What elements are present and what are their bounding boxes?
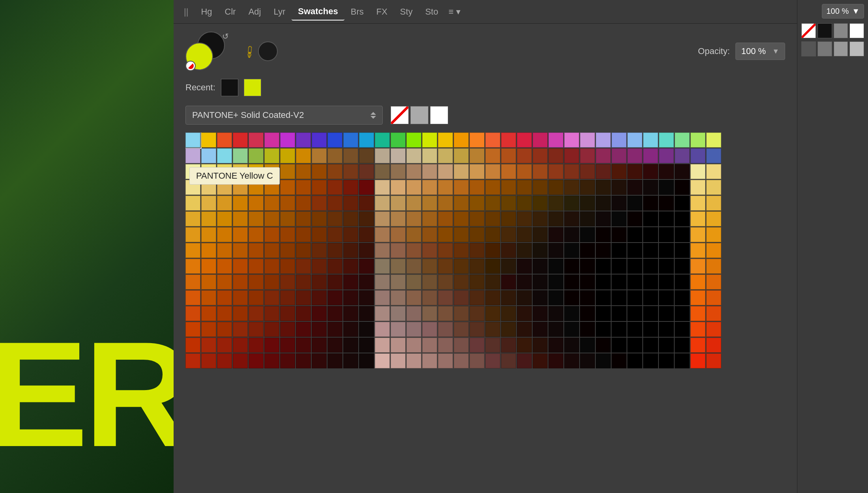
swatch-cell[interactable] xyxy=(249,133,264,148)
swatch-cell[interactable] xyxy=(533,148,548,163)
swatch-cell[interactable] xyxy=(233,353,248,368)
swatch-cell[interactable] xyxy=(422,322,437,337)
swatch-cell[interactable] xyxy=(438,290,453,305)
tab-swatches[interactable]: Swatches xyxy=(292,3,344,21)
tab-clr[interactable]: Clr xyxy=(219,4,242,20)
swatch-cell[interactable] xyxy=(185,306,200,321)
swatch-cell[interactable] xyxy=(659,353,674,368)
swatch-cell[interactable] xyxy=(643,353,658,368)
swatch-cell[interactable] xyxy=(264,196,279,211)
swatch-cell[interactable] xyxy=(391,290,406,305)
swatch-cell[interactable] xyxy=(296,196,311,211)
swatch-cell[interactable] xyxy=(690,306,705,321)
swatch-cell[interactable] xyxy=(627,243,642,258)
swatch-cell[interactable] xyxy=(643,164,658,179)
swatch-cell[interactable] xyxy=(470,227,485,242)
swatch-cell[interactable] xyxy=(312,275,327,289)
swatch-cell[interactable] xyxy=(422,148,437,163)
swatch-cell[interactable] xyxy=(690,196,705,211)
swatch-cell[interactable] xyxy=(517,259,532,274)
swatch-cell[interactable] xyxy=(280,322,295,337)
swatch-cell[interactable] xyxy=(422,275,437,289)
swatch-cell[interactable] xyxy=(201,259,216,274)
swatch-cell[interactable] xyxy=(627,133,642,148)
swatch-cell[interactable] xyxy=(548,243,563,258)
swatch-cell[interactable] xyxy=(280,290,295,305)
swatch-cell[interactable] xyxy=(422,338,437,353)
swatch-cell[interactable] xyxy=(438,338,453,353)
swatch-cell[interactable] xyxy=(501,322,516,337)
swatch-cell[interactable] xyxy=(517,211,532,226)
swatch-cell[interactable] xyxy=(296,322,311,337)
swatch-cell[interactable] xyxy=(533,243,548,258)
swatch-cell[interactable] xyxy=(233,290,248,305)
swatch-cell[interactable] xyxy=(312,290,327,305)
swatch-cell[interactable] xyxy=(564,275,579,289)
swatch-cell[interactable] xyxy=(264,164,279,179)
swatch-cell[interactable] xyxy=(438,227,453,242)
swatch-cell[interactable] xyxy=(233,180,248,195)
lib-swatch-gray[interactable] xyxy=(410,106,428,124)
swatch-cell[interactable] xyxy=(233,133,248,148)
swatch-cell[interactable] xyxy=(596,353,611,368)
swatch-cell[interactable] xyxy=(517,338,532,353)
swatch-cell[interactable] xyxy=(533,211,548,226)
swatch-cell[interactable] xyxy=(533,338,548,353)
swatch-cell[interactable] xyxy=(675,164,690,179)
swatch-cell[interactable] xyxy=(185,227,200,242)
swatch-cell[interactable] xyxy=(612,243,627,258)
swatch-cell[interactable] xyxy=(627,227,642,242)
right-swatch-white[interactable] xyxy=(849,23,864,38)
swatch-cell[interactable] xyxy=(201,338,216,353)
swatch-cell[interactable] xyxy=(612,164,627,179)
swatch-cell[interactable] xyxy=(548,180,563,195)
swatch-cell[interactable] xyxy=(375,259,390,274)
swatch-cell[interactable] xyxy=(454,306,469,321)
swatch-cell[interactable] xyxy=(706,164,721,179)
swatch-cell[interactable] xyxy=(296,133,311,148)
swatch-cell[interactable] xyxy=(327,275,342,289)
swatch-cell[interactable] xyxy=(596,338,611,353)
swatch-cell[interactable] xyxy=(501,290,516,305)
swatch-cell[interactable] xyxy=(564,353,579,368)
swatch-cell[interactable] xyxy=(533,322,548,337)
swatch-cell[interactable] xyxy=(706,243,721,258)
swatch-cell[interactable] xyxy=(564,306,579,321)
swatch-cell[interactable] xyxy=(312,211,327,226)
swatch-cell[interactable] xyxy=(438,180,453,195)
swatch-cell[interactable] xyxy=(312,306,327,321)
swatch-cell[interactable] xyxy=(233,227,248,242)
swatch-cell[interactable] xyxy=(312,353,327,368)
swatch-cell[interactable] xyxy=(280,133,295,148)
swatch-cell[interactable] xyxy=(217,322,232,337)
swatch-cell[interactable] xyxy=(217,306,232,321)
swatch-cell[interactable] xyxy=(359,133,374,148)
swatch-cell[interactable] xyxy=(596,306,611,321)
swatch-cell[interactable] xyxy=(706,227,721,242)
right-swatch-gray4[interactable] xyxy=(834,41,848,56)
swatch-cell[interactable] xyxy=(438,148,453,163)
swatch-cell[interactable] xyxy=(296,306,311,321)
swatch-cell[interactable] xyxy=(217,164,232,179)
swatch-cell[interactable] xyxy=(185,180,200,195)
swatch-cell[interactable] xyxy=(627,196,642,211)
swatch-cell[interactable] xyxy=(391,306,406,321)
swatch-cell[interactable] xyxy=(406,322,421,337)
swatch-cell[interactable] xyxy=(564,259,579,274)
swatch-cell[interactable] xyxy=(233,148,248,163)
swatch-cell[interactable] xyxy=(659,196,674,211)
swatch-cell[interactable] xyxy=(264,275,279,289)
swatch-cell[interactable] xyxy=(612,353,627,368)
swatch-cell[interactable] xyxy=(690,353,705,368)
swatch-cell[interactable] xyxy=(517,133,532,148)
swatch-cell[interactable] xyxy=(548,338,563,353)
swatch-cell[interactable] xyxy=(312,259,327,274)
swatch-cell[interactable] xyxy=(185,275,200,289)
swatch-cell[interactable] xyxy=(470,322,485,337)
swatch-cell[interactable] xyxy=(264,259,279,274)
swatch-cell[interactable] xyxy=(564,322,579,337)
swatch-cell[interactable] xyxy=(485,196,500,211)
swatch-cell[interactable] xyxy=(564,338,579,353)
swatch-cell[interactable] xyxy=(659,243,674,258)
swatch-cell[interactable] xyxy=(343,306,358,321)
